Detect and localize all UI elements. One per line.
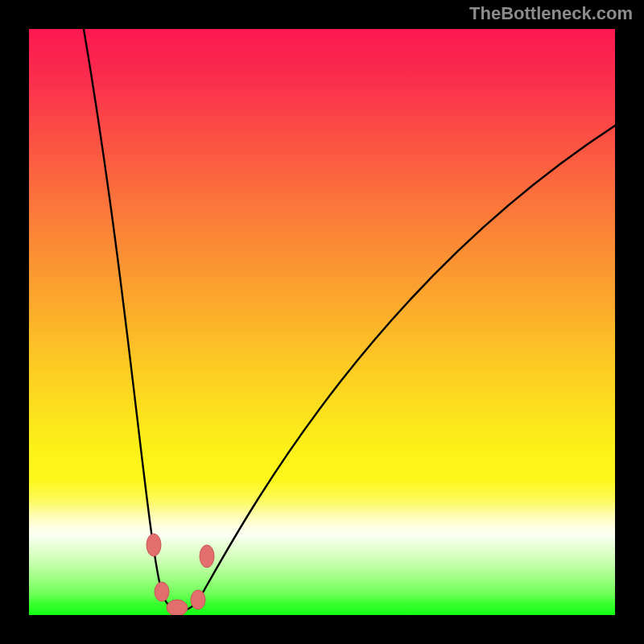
- marker-right-upper: [200, 545, 214, 568]
- marker-center: [167, 600, 188, 615]
- chart-frame: TheBottleneck.com: [0, 0, 644, 644]
- marker-right-lower: [191, 590, 205, 609]
- bottleneck-curve: [84, 29, 615, 611]
- markers: [147, 534, 214, 615]
- watermark-text: TheBottleneck.com: [469, 3, 633, 24]
- marker-left-lower: [155, 582, 169, 601]
- marker-left-upper: [147, 534, 161, 556]
- curves-layer: [29, 29, 615, 615]
- plot-area: [29, 29, 615, 615]
